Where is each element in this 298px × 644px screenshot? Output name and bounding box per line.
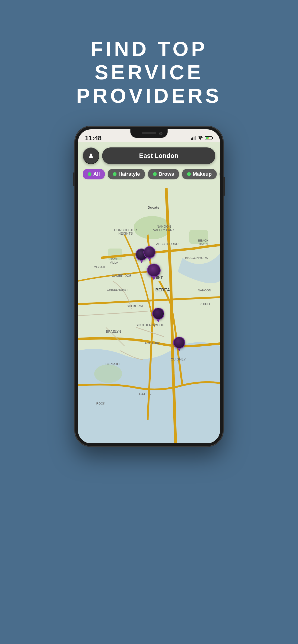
svg-text:ROOK: ROOK bbox=[96, 402, 105, 405]
location-bar: East London bbox=[83, 148, 215, 164]
map-pin-3[interactable] bbox=[147, 264, 161, 280]
svg-text:VILLA: VILLA bbox=[110, 261, 118, 264]
status-bar: 11:48 bbox=[78, 129, 220, 142]
svg-text:CHISELHURST: CHISELHURST bbox=[107, 288, 128, 292]
svg-text:BEACONHURST: BEACONHURST bbox=[185, 256, 210, 260]
map-screen[interactable]: DORCHESTER HEIGHTS NAHOON VALLEY PARK AB… bbox=[78, 142, 220, 443]
svg-text:GHGATE: GHGATE bbox=[94, 266, 106, 269]
svg-text:PARKSIDE: PARKSIDE bbox=[105, 362, 122, 366]
filter-chip-makeup[interactable]: Makeup bbox=[182, 169, 217, 180]
navigate-icon bbox=[87, 152, 95, 160]
filter-dot-makeup bbox=[187, 172, 191, 176]
svg-text:CAMBRIDGE: CAMBRIDGE bbox=[112, 274, 132, 278]
filter-chip-nails[interactable]: Na... bbox=[219, 169, 220, 180]
svg-text:SELBORNE: SELBORNE bbox=[127, 304, 144, 308]
filter-row: All Hairstyle Brows Makeup bbox=[83, 169, 220, 180]
hero-title: FIND TOP SERVICE PROVIDERS bbox=[76, 37, 222, 108]
filter-label-brows: Brows bbox=[159, 171, 174, 177]
location-name: East London bbox=[139, 152, 178, 160]
filter-dot-all bbox=[88, 172, 91, 176]
svg-text:QUIGNEY: QUIGNEY bbox=[171, 358, 186, 361]
svg-text:BEREA: BEREA bbox=[155, 288, 170, 292]
location-pill[interactable]: East London bbox=[102, 148, 215, 164]
svg-text:VALLEY PARK: VALLEY PARK bbox=[153, 228, 175, 232]
svg-text:ARCADIA: ARCADIA bbox=[145, 341, 159, 345]
phone-screen: 11:48 bbox=[78, 129, 220, 443]
svg-text:BEACH: BEACH bbox=[198, 239, 209, 242]
svg-text:BRAELYN: BRAELYN bbox=[106, 330, 121, 333]
status-icons: ⚡ bbox=[191, 136, 213, 140]
wifi-icon bbox=[198, 136, 203, 140]
map-background: DORCHESTER HEIGHTS NAHOON VALLEY PARK AB… bbox=[78, 142, 220, 443]
svg-text:STIRLI: STIRLI bbox=[200, 302, 210, 306]
filter-dot-brows bbox=[153, 172, 157, 176]
hero-section: FIND TOP SERVICE PROVIDERS bbox=[63, 0, 235, 126]
svg-text:ABBOTSFORD: ABBOTSFORD bbox=[156, 242, 178, 246]
battery-icon: ⚡ bbox=[205, 136, 213, 140]
phone-mockup: 11:48 bbox=[75, 126, 223, 446]
svg-text:CAMB: CAMB bbox=[110, 257, 118, 261]
status-time: 11:48 bbox=[85, 134, 102, 142]
svg-text:NAHOON: NAHOON bbox=[157, 225, 171, 228]
svg-text:DORCHESTER: DORCHESTER bbox=[114, 228, 137, 232]
filter-label-hairstyle: Hairstyle bbox=[118, 171, 140, 177]
svg-text:GATELY: GATELY bbox=[139, 392, 152, 396]
filter-chip-hairstyle[interactable]: Hairstyle bbox=[108, 169, 145, 180]
filter-label-makeup: Makeup bbox=[193, 171, 212, 177]
phone-frame: 11:48 bbox=[75, 126, 223, 446]
svg-text:NAHOON: NAHOON bbox=[198, 288, 211, 292]
filter-chip-brows[interactable]: Brows bbox=[148, 169, 179, 180]
svg-text:HEIGHTS: HEIGHTS bbox=[118, 232, 133, 235]
filter-label-all: All bbox=[93, 171, 100, 177]
signal-icon bbox=[191, 136, 196, 140]
svg-text:SOUTHERNWOOD: SOUTHERNWOOD bbox=[136, 323, 164, 327]
svg-point-4 bbox=[94, 364, 122, 383]
map-pin-5[interactable] bbox=[173, 336, 185, 352]
svg-text:BAY N: BAY N bbox=[199, 242, 208, 246]
map-pin-2[interactable] bbox=[143, 246, 155, 261]
filter-chip-all[interactable]: All bbox=[83, 169, 105, 180]
svg-text:Ducats: Ducats bbox=[148, 206, 159, 209]
navigate-button[interactable] bbox=[83, 148, 99, 164]
map-pin-4[interactable] bbox=[152, 308, 164, 322]
filter-dot-hairstyle bbox=[113, 172, 117, 176]
